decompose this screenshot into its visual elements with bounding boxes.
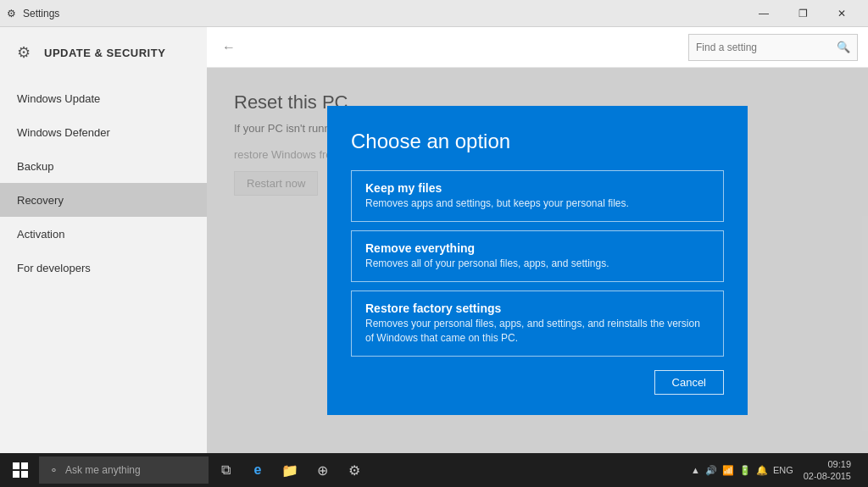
remove-everything-option[interactable]: Remove everything Removes all of your pe… [351,230,724,282]
chrome-button[interactable]: ⊕ [307,453,337,487]
systray: ▲ 🔊 📶 🔋 🔔 ENG [691,465,793,476]
minimize-button[interactable]: — [744,0,783,27]
dialog-footer: Cancel [351,370,724,395]
taskbar-right: ▲ 🔊 📶 🔋 🔔 ENG 09:19 02-08-2015 [691,458,865,483]
file-explorer-button[interactable]: 📁 [275,453,305,487]
back-area: ← 🔍 [207,27,868,68]
search-box[interactable]: 🔍 [688,34,858,61]
sidebar-item-label: Backup [17,160,53,173]
sidebar-item-for-developers[interactable]: For developers [0,251,207,285]
keep-files-title: Keep my files [365,181,709,195]
content-wrapper: ← 🔍 Reset this PC If your PC isn't runni… [207,27,868,453]
titlebar-left: ⚙ Settings [7,8,59,19]
start-button[interactable] [3,453,37,487]
sidebar-item-label: Windows Update [17,92,100,105]
taskbar-search-bar[interactable]: ⚬ Ask me anything [39,457,209,484]
keep-files-desc: Removes apps and settings, but keeps you… [365,196,709,211]
search-icon[interactable]: 🔍 [837,41,850,53]
sidebar-item-label: Activation [17,228,64,241]
dialog-title: Choose an option [351,130,724,153]
app-body: ⚙ UPDATE & SECURITY Windows Update Windo… [0,27,868,487]
search-wrapper: 🔍 [248,34,858,61]
choose-option-dialog: Choose an option Keep my files Removes a… [327,106,748,414]
content-area: Reset this PC If your PC isn't running w… [207,68,868,453]
sidebar-item-activation[interactable]: Activation [0,217,207,251]
restore-factory-title: Restore factory settings [365,302,709,315]
titlebar-controls: — ❐ ✕ [744,0,861,27]
clock-date: 02-08-2015 [804,470,851,482]
titlebar: ⚙ Settings — ❐ ✕ [0,0,868,27]
sidebar-header-title: UPDATE & SECURITY [44,47,165,59]
battery-icon[interactable]: 🔋 [739,465,751,476]
sidebar-nav: Windows Update Windows Defender Backup R… [0,81,207,285]
taskbar-search-icon: ⚬ [49,464,58,477]
svg-rect-2 [13,471,19,478]
taskbar-clock[interactable]: 09:19 02-08-2015 [797,458,858,483]
language-indicator: ENG [773,465,793,475]
settings-taskbar-button[interactable]: ⚙ [339,453,370,487]
sidebar-item-label: Recovery [17,194,64,207]
sidebar-item-backup[interactable]: Backup [0,149,207,183]
edge-button[interactable]: e [242,453,273,487]
restore-factory-desc: Removes your personal files, apps, and s… [365,317,709,346]
sidebar-item-windows-defender[interactable]: Windows Defender [0,115,207,149]
cancel-button[interactable]: Cancel [654,370,724,395]
titlebar-title: Settings [23,8,59,19]
taskbar: ⚬ Ask me anything ⧉ e 📁 ⊕ ⚙ ▲ 🔊 [0,453,868,487]
chrome-icon: ⊕ [317,462,328,479]
systray-chevron[interactable]: ▲ [691,465,700,475]
restore-button[interactable]: ❐ [783,0,822,27]
sidebar-header: ⚙ UPDATE & SECURITY [0,27,207,78]
clock-time: 09:19 [827,458,851,470]
sidebar-item-recovery[interactable]: Recovery [0,183,207,217]
restore-factory-option[interactable]: Restore factory settings Removes your pe… [351,291,724,357]
settings-icon: ⚙ [7,8,16,19]
sidebar-item-label: Windows Defender [17,126,110,139]
overlay: Choose an option Keep my files Removes a… [207,68,868,453]
notification-icon[interactable]: 🔔 [756,465,768,476]
keep-files-option[interactable]: Keep my files Removes apps and settings,… [351,170,724,222]
task-view-button[interactable]: ⧉ [210,453,241,487]
remove-everything-desc: Removes all of your personal files, apps… [365,257,709,271]
close-button[interactable]: ✕ [822,0,861,27]
windows-logo-icon [13,462,28,478]
sidebar: ⚙ UPDATE & SECURITY Windows Update Windo… [0,27,207,453]
app-main: ⚙ UPDATE & SECURITY Windows Update Windo… [0,27,868,453]
edge-icon: e [254,462,262,478]
svg-rect-1 [21,462,28,469]
sidebar-item-windows-update[interactable]: Windows Update [0,81,207,115]
search-input[interactable] [696,42,837,53]
settings-gear-icon: ⚙ [14,42,34,63]
network-icon[interactable]: 📶 [722,465,734,476]
settings-taskbar-icon: ⚙ [348,462,360,479]
taskbar-search-text: Ask me anything [65,464,141,476]
volume-icon[interactable]: 🔊 [705,465,717,476]
sidebar-item-label: For developers [17,262,91,274]
remove-everything-title: Remove everything [365,241,709,255]
taskbar-left: ⚬ Ask me anything ⧉ e 📁 ⊕ ⚙ [3,453,370,487]
svg-rect-0 [13,462,19,469]
task-view-icon: ⧉ [221,462,231,478]
svg-rect-3 [21,471,28,478]
back-button[interactable]: ← [217,36,241,59]
file-explorer-icon: 📁 [281,462,298,479]
